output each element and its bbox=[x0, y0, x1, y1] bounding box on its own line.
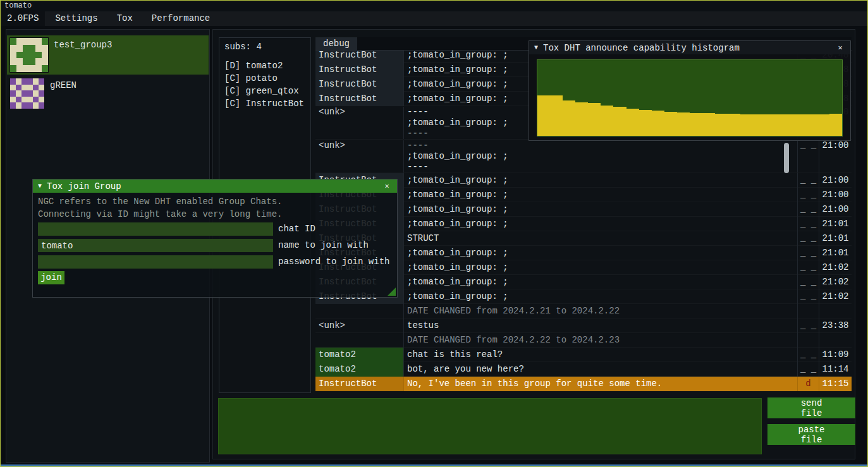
histogram-bar bbox=[817, 114, 829, 136]
resize-grip[interactable] bbox=[388, 288, 396, 296]
group-name: test_group3 bbox=[54, 37, 112, 50]
message-author: tomato2 bbox=[315, 362, 404, 377]
histogram-bar bbox=[677, 112, 690, 136]
chat-message-row[interactable]: DATE CHANGED from 2024.2.21 to 2024.2.22 bbox=[315, 304, 852, 318]
chat-id-label: chat ID bbox=[278, 222, 315, 236]
message-text: chat is this real? bbox=[404, 348, 797, 362]
histogram-bar bbox=[728, 114, 740, 136]
histogram-bar bbox=[627, 109, 639, 136]
message-time: 21:01 bbox=[819, 246, 852, 260]
message-author bbox=[315, 304, 404, 318]
app-window: tomato 2.0FPS Settings Tox Performance t… bbox=[0, 0, 868, 467]
histogram-bar bbox=[550, 95, 563, 136]
message-text: DATE CHANGED from 2024.2.22 to 2024.2.23 bbox=[404, 333, 797, 348]
chat-id-input[interactable] bbox=[38, 222, 273, 236]
message-time: 11:14 bbox=[819, 362, 852, 377]
group-identicon-avatar bbox=[9, 37, 49, 73]
message-time: 21:01 bbox=[819, 231, 852, 246]
message-author: <unk> bbox=[315, 140, 404, 173]
message-text: ;tomato_in_group: ; bbox=[404, 217, 797, 231]
menu-bar: 2.0FPS Settings Tox Performance bbox=[1, 11, 867, 26]
window-titlebar[interactable]: tomato bbox=[1, 1, 867, 11]
histogram-bar bbox=[778, 114, 791, 136]
subs-list: [D] tomato2[C] potato[C] green_qtox[C] I… bbox=[224, 59, 305, 110]
message-flags bbox=[797, 333, 819, 348]
join-button[interactable]: join bbox=[38, 271, 64, 284]
send-file-button[interactable]: send file bbox=[767, 397, 855, 418]
paste-file-button[interactable]: paste file bbox=[767, 424, 855, 445]
group-item-gREEN[interactable]: gREEN bbox=[7, 76, 209, 111]
ngc-info-line-1: NGC refers to the New DHT enabled Group … bbox=[38, 197, 282, 207]
message-text: ;tomato_in_group: ; bbox=[404, 275, 797, 289]
close-icon[interactable]: ✕ bbox=[835, 43, 845, 52]
message-flags: _ _ bbox=[797, 173, 819, 188]
histogram-bar bbox=[753, 114, 766, 136]
message-author: InstructBot bbox=[315, 377, 404, 391]
chat-message-row[interactable]: tomato2bot, are you new here?_ _11:14 bbox=[315, 362, 852, 377]
message-time bbox=[819, 304, 852, 318]
histogram-bar bbox=[702, 113, 715, 136]
message-text: DATE CHANGED from 2024.2.21 to 2024.2.22 bbox=[404, 304, 797, 318]
message-text: No, I've been in this group for quite so… bbox=[404, 377, 797, 391]
message-time: 21:00 bbox=[819, 202, 852, 217]
window-bottom-border bbox=[1, 464, 867, 466]
subs-list-item[interactable]: [D] tomato2 bbox=[224, 59, 305, 72]
menu-tox[interactable]: Tox bbox=[108, 11, 142, 26]
collapse-arrow-icon[interactable]: ▼ bbox=[534, 44, 543, 51]
message-time: 11:09 bbox=[819, 348, 852, 362]
chat-message-row[interactable]: DATE CHANGED from 2024.2.22 to 2024.2.23 bbox=[315, 333, 852, 348]
histogram-window-titlebar[interactable]: ▼ Tox DHT announce capability histogram … bbox=[529, 41, 850, 54]
subs-list-item[interactable]: [C] green_qtox bbox=[224, 85, 305, 97]
message-flags: _ _ bbox=[797, 289, 819, 304]
menu-settings[interactable]: Settings bbox=[46, 11, 106, 26]
join-group-window: ▼ Tox join Group ✕ NGC refers to the New… bbox=[32, 179, 398, 298]
message-flags: d bbox=[797, 377, 819, 391]
histogram-window-title: Tox DHT announce capability histogram bbox=[543, 43, 835, 53]
tab-debug[interactable]: debug bbox=[315, 37, 357, 50]
group-identicon-avatar bbox=[9, 78, 45, 109]
histogram-bar bbox=[690, 113, 702, 136]
message-flags: _ _ bbox=[797, 231, 819, 246]
chat-message-row[interactable]: <unk>testus_ _23:38 bbox=[315, 318, 852, 333]
histogram-bar bbox=[613, 107, 626, 136]
message-time: 21:01 bbox=[819, 217, 852, 231]
message-author: tomato2 bbox=[315, 348, 404, 362]
message-time bbox=[819, 333, 852, 348]
histogram-plot bbox=[537, 59, 843, 136]
message-text: ;tomato_in_group: ; bbox=[404, 188, 797, 202]
histogram-bar bbox=[537, 95, 550, 136]
join-name-input[interactable] bbox=[38, 239, 273, 252]
message-time: 21:00 bbox=[819, 188, 852, 202]
close-icon[interactable]: ✕ bbox=[382, 181, 392, 191]
group-item-test_group3[interactable]: test_group3 bbox=[7, 35, 209, 75]
join-password-label: password to join with bbox=[278, 255, 389, 269]
chat-message-row[interactable]: InstructBotNo, I've been in this group f… bbox=[315, 377, 852, 391]
menu-performance[interactable]: Performance bbox=[143, 11, 219, 26]
subs-list-item[interactable]: [C] potato bbox=[224, 72, 305, 85]
message-time: 21:02 bbox=[819, 260, 852, 275]
message-input[interactable] bbox=[218, 398, 762, 454]
chat-scrollbar[interactable] bbox=[784, 143, 789, 173]
message-author: <unk> bbox=[315, 318, 404, 333]
message-time: 21:02 bbox=[819, 275, 852, 289]
histogram-bar bbox=[639, 110, 652, 136]
message-time: 21:00 bbox=[819, 140, 852, 173]
collapse-arrow-icon[interactable]: ▼ bbox=[38, 183, 47, 190]
join-password-input[interactable] bbox=[38, 255, 273, 269]
message-flags bbox=[797, 304, 819, 318]
histogram-bar bbox=[804, 114, 817, 136]
group-list: test_group3gREEN bbox=[6, 35, 209, 111]
fps-indicator: 2.0FPS bbox=[1, 11, 45, 26]
subs-list-item[interactable]: [C] InstructBot bbox=[224, 97, 305, 110]
chat-message-row[interactable]: tomato2chat is this real?_ _11:09 bbox=[315, 348, 852, 362]
message-flags: _ _ bbox=[797, 362, 819, 377]
message-text: bot, are you new here? bbox=[404, 362, 797, 377]
join-window-titlebar[interactable]: ▼ Tox join Group ✕ bbox=[33, 179, 397, 193]
message-text: ;tomato_in_group: ; bbox=[404, 260, 797, 275]
message-flags: _ _ bbox=[797, 348, 819, 362]
group-name: gREEN bbox=[50, 78, 76, 90]
chat-message-row[interactable]: <unk>----;tomato_in_group: ;----_ _21:00 bbox=[315, 140, 852, 173]
message-text: ;tomato_in_group: ; bbox=[404, 202, 797, 217]
histogram-bar bbox=[588, 103, 601, 136]
histogram-bar bbox=[792, 114, 804, 136]
